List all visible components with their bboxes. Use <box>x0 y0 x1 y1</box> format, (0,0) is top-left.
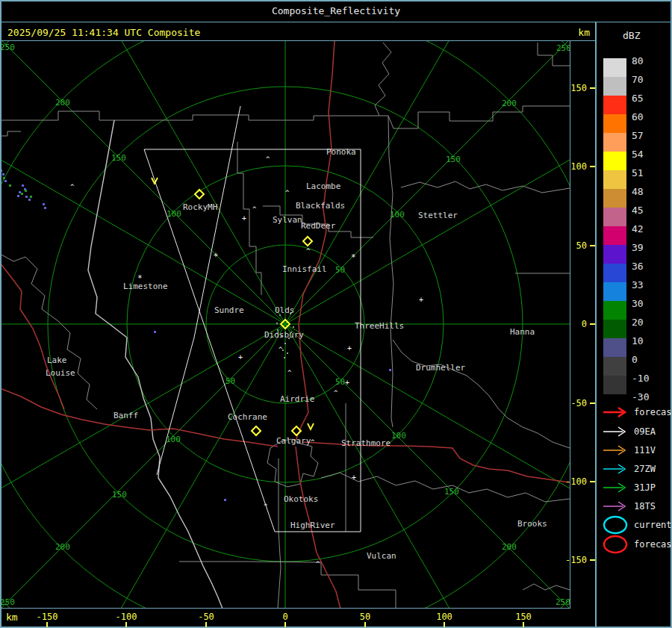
map-bottom-border <box>1 608 570 609</box>
highway-3 <box>303 442 570 482</box>
radar-map[interactable]: 2502001501001001502002505050100150200250… <box>1 41 570 608</box>
legend-label-current-6: current <box>634 520 672 530</box>
echo-green-2 <box>25 190 27 192</box>
city-label-Hanna: Hanna <box>510 327 535 337</box>
dbz-label-33: 33 <box>632 280 644 290</box>
legend-symbol-arrow-111V-2 <box>601 440 632 461</box>
y-axis-tick-150 <box>590 87 595 89</box>
ground-clutter-9 <box>284 357 285 358</box>
dbz-label-20: 20 <box>632 317 644 327</box>
dbz-label-51: 51 <box>632 168 644 178</box>
dbz-block-33 <box>603 282 626 301</box>
caret-marker-10: ^ <box>264 503 268 510</box>
dbz-block-0 <box>603 357 626 376</box>
legend-label-forecast-0: forecast <box>634 407 672 417</box>
caret-marker-6: ^ <box>287 369 292 376</box>
city-label-Strathmore: Strathmore <box>341 438 391 448</box>
ring-label-100-10: 100 <box>166 435 181 444</box>
dbz-label-30: 30 <box>632 299 644 308</box>
echo-blue-3 <box>22 184 24 187</box>
county-boundary-8 <box>393 340 570 448</box>
legend-symbol-ellipse-current-6 <box>601 514 632 535</box>
dbz-label-end: -30 <box>632 392 649 402</box>
ring-label-200-1: 200 <box>55 98 70 108</box>
caret-marker-1: ^ <box>266 155 270 163</box>
yellow-v-arrow-1 <box>308 423 314 429</box>
caret-marker-0: ^ <box>70 183 75 190</box>
x-axis-tick--100 <box>125 622 127 627</box>
city-label-Calgary: Calgary <box>276 436 311 446</box>
dbz-block-39 <box>603 245 626 264</box>
dbz-label-42: 42 <box>632 224 644 234</box>
ring-label-200-17: 200 <box>502 542 517 552</box>
x-axis-unit-label: km <box>6 612 18 623</box>
x-axis-tick--150 <box>46 622 48 627</box>
city-label-Drumheller: Drumheller <box>416 363 466 373</box>
echo-blue-2 <box>4 180 7 182</box>
dbz-label-10: 10 <box>632 336 644 346</box>
highway-0 <box>296 41 335 441</box>
ellipse-shape <box>604 536 626 553</box>
dbz-label-80: 80 <box>632 56 644 66</box>
x-axis-tick-0 <box>284 622 286 627</box>
city-label-Limestone: Limestone <box>123 282 168 291</box>
county-boundary-0 <box>1 111 393 128</box>
y-axis-tick-0 <box>590 323 595 325</box>
ring-label-100-15: 100 <box>391 431 406 441</box>
legend-symbol-arrow-27ZW-3 <box>601 458 632 479</box>
ground-clutter-3 <box>293 326 294 328</box>
city-diamond-marker-3 <box>252 426 261 435</box>
ring-label-250-13: 250 <box>1 597 15 607</box>
echo-blue-0 <box>1 170 2 172</box>
city-label-Sylvan: Sylvan <box>273 215 302 225</box>
echo-blue-7 <box>25 196 28 198</box>
dbz-label-39: 39 <box>632 243 644 252</box>
dbz-label-70: 70 <box>632 75 644 84</box>
echo-blue-12 <box>389 369 391 371</box>
echo-blue-9 <box>43 203 45 205</box>
ring-label-200-6: 200 <box>502 99 517 108</box>
echo-blue-6 <box>17 195 19 197</box>
dbz-block--10 <box>603 376 626 394</box>
ring-label-150-2: 150 <box>111 153 126 163</box>
ground-clutter-2 <box>276 323 278 324</box>
plus-marker-1: + <box>242 214 246 223</box>
dbz-block-54 <box>603 152 626 170</box>
ring-label-150-5: 150 <box>446 155 461 164</box>
x-axis-tick-150 <box>523 622 524 627</box>
caret-marker-2: ^ <box>285 189 290 196</box>
x-axis-label--150: -150 <box>25 612 69 622</box>
sidebar-left-border <box>595 22 597 627</box>
city-label-Ponoka: Ponoka <box>326 147 356 157</box>
legend-symbol-ellipse-forecast-7 <box>601 534 632 555</box>
city-label-Cochrane: Cochrane <box>228 412 267 422</box>
echo-blue-1 <box>2 173 4 175</box>
city-label-Brooks: Brooks <box>517 519 547 529</box>
ring-label-150-16: 150 <box>444 487 459 497</box>
ring-label-150-11: 150 <box>112 490 127 500</box>
city-label-Didsbury: Didsbury <box>264 330 304 340</box>
y-axis-label--150: -150 <box>557 555 587 565</box>
caret-marker-7: ^ <box>334 389 338 397</box>
plus-marker-6: + <box>352 473 356 482</box>
ring-label-100-3: 100 <box>167 209 181 219</box>
dbz-block-20 <box>603 320 626 338</box>
caret-marker-3: ^ <box>252 205 257 213</box>
legend-symbol-arrow-18TS-5 <box>601 496 632 517</box>
plus-marker-2: + <box>238 353 243 361</box>
dbz-label-54: 54 <box>632 149 644 159</box>
x-axis-label-0: 0 <box>263 612 308 622</box>
legend-label-111V-2: 111V <box>634 445 656 456</box>
ring-label-50-8: 50 <box>335 265 345 275</box>
x-axis-label-150: 150 <box>501 612 546 622</box>
x-axis-label--100: -100 <box>104 612 149 622</box>
legend-label-27ZW-3: 27ZW <box>634 464 656 474</box>
dbz-block-10 <box>603 338 626 357</box>
legend-label-18TS-5: 18TS <box>634 501 656 512</box>
km-unit-label-top: km <box>545 27 590 38</box>
city-label-HighRiver: HighRiver <box>290 520 335 530</box>
dbz-block-45 <box>603 208 626 226</box>
city-label-Olds: Olds <box>275 305 295 315</box>
radar-window: Composite_Reflectivity 2025/09/25 11:41:… <box>0 0 672 628</box>
legend-symbol-arrow-09EA-1 <box>601 421 632 442</box>
